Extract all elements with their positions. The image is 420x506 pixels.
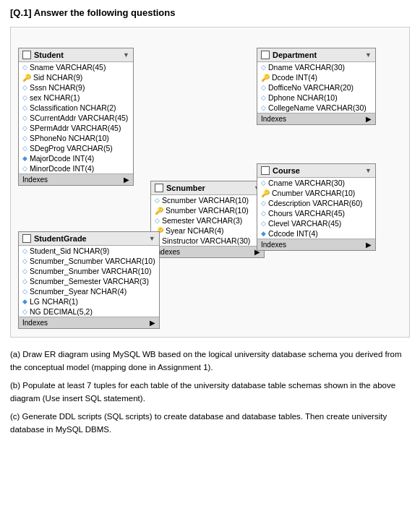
instruction-c: (c) Generate DDL scripts (SQL scripts) t… — [10, 410, 410, 437]
circle-icon: ◇ — [261, 94, 266, 101]
table-row: ◇Scnumber_Semester VARCHAR(3) — [19, 276, 159, 286]
table-icon-student — [22, 51, 31, 59]
key-icon: 🔑 — [261, 74, 270, 82]
circle-icon: ◇ — [22, 288, 27, 295]
table-icon-department — [261, 51, 270, 59]
department-table-name: Department — [273, 51, 317, 59]
course-table-header: Course ▼ — [257, 164, 375, 178]
circle-icon: ◇ — [261, 210, 266, 217]
student-table-name: Student — [34, 51, 64, 59]
studentgrade-filter-icon[interactable]: ▼ — [149, 235, 155, 242]
instruction-a: (a) Draw ER diagram using MySQL WB based… — [10, 348, 410, 374]
studentgrade-table-footer: Indexes ▶ — [19, 317, 159, 328]
studentgrade-table-name: StudentGrade — [34, 234, 87, 243]
diagram-area: Student ▼ ◇Sname VARCHAR(45) 🔑Sid NCHAR(… — [10, 27, 410, 338]
table-row: ◇Dphone NCHAR(10) — [257, 93, 375, 103]
table-row: ◇sex NCHAR(1) — [19, 93, 133, 103]
course-table-footer: Indexes ▶ — [257, 239, 375, 250]
circle-icon: ◇ — [22, 94, 27, 101]
scnumber-table-footer: Indexes ▶ — [151, 246, 264, 257]
student-table-header: Student ▼ — [19, 48, 133, 62]
indexes-arrow[interactable]: ▶ — [366, 241, 372, 249]
scnumber-table-name: Scnumber — [166, 184, 205, 192]
diamond-icon: ◆ — [22, 155, 27, 162]
circle-icon: ◇ — [22, 308, 27, 315]
student-filter-icon[interactable]: ▼ — [123, 51, 129, 59]
table-row: ◇Cname VARCHAR(30) — [257, 178, 375, 188]
department-table: Department ▼ ◇Dname VARCHAR(30) 🔑Dcode I… — [257, 48, 376, 125]
table-row: ◇Clevel VARCHAR(45) — [257, 218, 375, 228]
circle-icon: ◇ — [261, 220, 266, 227]
circle-icon: ◇ — [261, 179, 266, 186]
circle-icon: ◇ — [261, 200, 266, 207]
table-row: ◆MajorDcode INT(4) — [19, 153, 133, 163]
table-row: ◇Scnumber_Syear NCHAR(4) — [19, 286, 159, 296]
circle-icon: ◇ — [22, 84, 27, 91]
table-row: ◇Scnumber_Snumber VARCHAR(10) — [19, 266, 159, 276]
table-row: 🔑Dcode INT(4) — [257, 72, 375, 82]
table-row: ◇MinorDcode INT(4) — [19, 163, 133, 173]
diamond-icon: ◆ — [22, 298, 27, 305]
table-row: ◇SDegProg VARCHAR(5) — [19, 143, 133, 153]
studentgrade-table: StudentGrade ▼ ◇Student_Sid NCHAR(9) ◇Sc… — [18, 231, 160, 329]
table-row: ◇Scnumber_Scnumber VARCHAR(10) — [19, 256, 159, 266]
course-table: Course ▼ ◇Cname VARCHAR(30) 🔑Cnumber VAR… — [257, 163, 376, 251]
table-row: ◇Semester VARCHAR(3) — [151, 215, 264, 226]
table-row: ◇SPhoneNo NCHAR(10) — [19, 133, 133, 143]
table-row: ◇Sname VARCHAR(45) — [19, 62, 133, 72]
circle-icon: ◇ — [22, 278, 27, 285]
department-filter-icon[interactable]: ▼ — [365, 51, 372, 59]
circle-icon: ◇ — [22, 124, 27, 132]
key-icon: 🔑 — [155, 207, 163, 215]
circle-icon: ◇ — [22, 247, 27, 254]
table-row: ◇Scnumber VARCHAR(10) — [151, 195, 264, 205]
table-row: ◇Sinstructor VARCHAR(30) — [151, 236, 264, 246]
indexes-arrow[interactable]: ▶ — [124, 176, 129, 184]
table-row: 🔑Syear NCHAR(4) — [151, 226, 264, 236]
circle-icon: ◇ — [155, 217, 160, 224]
circle-icon: ◇ — [22, 64, 27, 71]
table-icon-course — [261, 166, 270, 175]
table-row: ◆LG NCHAR(1) — [19, 296, 159, 306]
course-table-name: Course — [273, 166, 300, 175]
table-row: ◇Sclassification NCHAR(2) — [19, 103, 133, 113]
studentgrade-table-header: StudentGrade ▼ — [19, 232, 159, 246]
table-icon-scnumber — [155, 184, 163, 192]
indexes-arrow[interactable]: ▶ — [366, 115, 372, 123]
table-row: ◇SPermAddr VARCHAR(45) — [19, 123, 133, 133]
circle-icon: ◇ — [22, 257, 27, 265]
table-row: ◇Dname VARCHAR(30) — [257, 62, 375, 72]
diamond-icon: ◆ — [261, 230, 266, 237]
table-row: ◇Chours VARCHAR(45) — [257, 208, 375, 218]
table-row: ◇SCurrentAddr VARCHAR(45) — [19, 113, 133, 123]
circle-icon: ◇ — [261, 64, 266, 71]
indexes-arrow[interactable]: ▶ — [150, 319, 155, 327]
key-icon: 🔑 — [22, 74, 31, 82]
circle-icon: ◇ — [22, 104, 27, 111]
table-row: ◇CollegeName VARCHAR(30) — [257, 103, 375, 113]
table-row: ◇Cdescription VARCHAR(60) — [257, 198, 375, 208]
department-table-footer: Indexes ▶ — [257, 113, 375, 124]
table-row: ◇NG DECIMAL(5,2) — [19, 306, 159, 317]
circle-icon: ◇ — [261, 104, 266, 111]
scnumber-table-header: Scnumber ▼ — [151, 181, 264, 195]
circle-icon: ◇ — [22, 114, 27, 121]
table-icon-studentgrade — [22, 234, 31, 243]
instructions: (a) Draw ER diagram using MySQL WB based… — [10, 348, 410, 436]
page-title: [Q.1] Answer the following questions — [10, 7, 410, 18]
table-row: 🔑Cnumber VARCHAR(10) — [257, 188, 375, 198]
circle-icon: ◇ — [22, 165, 27, 172]
circle-icon: ◇ — [22, 134, 27, 142]
course-filter-icon[interactable]: ▼ — [365, 167, 372, 174]
student-table-footer: Indexes ▶ — [19, 173, 133, 185]
scnumber-table: Scnumber ▼ ◇Scnumber VARCHAR(10) 🔑Snumbe… — [150, 181, 265, 258]
circle-icon: ◇ — [261, 84, 266, 91]
key-icon: 🔑 — [261, 189, 270, 197]
table-row: 🔑Sid NCHAR(9) — [19, 72, 133, 82]
table-row: ◆Cdcode INT(4) — [257, 228, 375, 239]
table-row: 🔑Snumber VARCHAR(10) — [151, 205, 264, 215]
table-row: ◇DofficeNo VARCHAR(20) — [257, 82, 375, 93]
department-table-header: Department ▼ — [257, 48, 375, 62]
circle-icon: ◇ — [22, 267, 27, 275]
student-table: Student ▼ ◇Sname VARCHAR(45) 🔑Sid NCHAR(… — [18, 48, 134, 186]
